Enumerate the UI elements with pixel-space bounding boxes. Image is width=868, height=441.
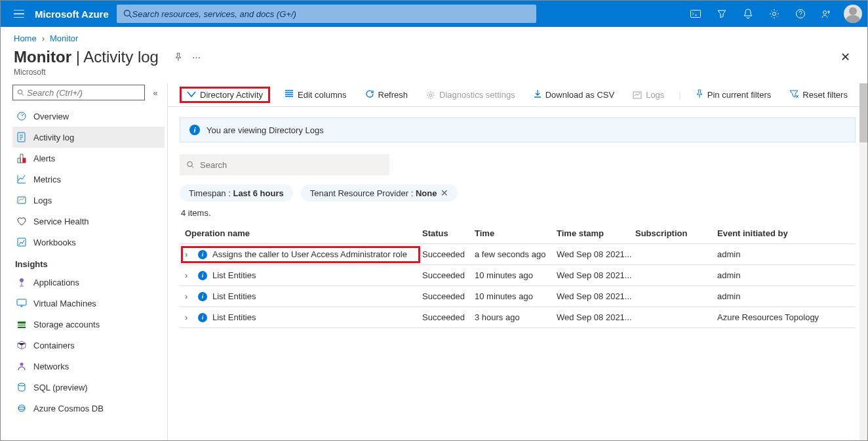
help-icon[interactable] (787, 1, 814, 27)
svg-point-12 (20, 278, 24, 282)
log-search-input[interactable] (200, 160, 383, 170)
sidebar-item-applications[interactable]: Applications (12, 272, 165, 293)
filter-pills: Timespan : Last 6 hoursTenant Resource P… (180, 184, 856, 201)
sidebar-item-icon (16, 132, 27, 142)
sidebar-search-input[interactable] (27, 88, 140, 98)
timestamp-cell: Wed Sep 08 2021... (557, 249, 635, 259)
sidebar-item-sql-preview-[interactable]: SQL (preview) (12, 377, 165, 398)
initiated-by-cell: admin (717, 270, 856, 280)
filter-pill[interactable]: Tenant Resource Provider : None✕ (301, 184, 458, 201)
chevron-right-icon[interactable]: › (185, 270, 193, 280)
chevron-right-icon[interactable]: › (185, 249, 193, 259)
filter-pill[interactable]: Timespan : Last 6 hours (180, 184, 293, 201)
sidebar-item-icon (16, 340, 27, 350)
operation-name[interactable]: Assigns the caller to User Access Admini… (212, 249, 407, 259)
crumb-home[interactable]: Home (14, 33, 37, 43)
sidebar-item-label: SQL (preview) (33, 383, 88, 392)
feedback-icon[interactable] (814, 1, 840, 27)
chevron-right-icon[interactable]: › (185, 291, 193, 301)
sidebar-group-insights: Insights (15, 259, 165, 269)
pin-icon[interactable] (169, 48, 187, 66)
sidebar-item-icon (16, 361, 27, 371)
table-row[interactable]: ›iList EntitiesSucceeded10 minutes agoWe… (180, 265, 856, 286)
initiated-by-cell: admin (717, 249, 856, 259)
svg-point-18 (18, 383, 25, 386)
log-search[interactable] (180, 154, 389, 175)
notifications-icon[interactable] (735, 1, 761, 27)
edit-columns-button[interactable]: Edit columns (281, 87, 350, 102)
crumb-monitor[interactable]: Monitor (50, 33, 78, 43)
sidebar-item-service-health[interactable]: Service Health (12, 211, 165, 232)
time-cell: 10 minutes ago (475, 291, 557, 301)
settings-icon[interactable] (761, 1, 787, 27)
info-icon: i (198, 292, 207, 301)
operation-name[interactable]: List Entities (212, 270, 256, 280)
sidebar-item-workbooks[interactable]: Workbooks (12, 232, 165, 253)
svg-rect-15 (18, 324, 26, 326)
brand-label[interactable]: Microsoft Azure (35, 9, 109, 20)
reset-filters-button[interactable]: Reset filters (785, 87, 852, 102)
sidebar-item-azure-cosmos-db[interactable]: Azure Cosmos DB (12, 398, 165, 419)
table-row[interactable]: ›iAssigns the caller to User Access Admi… (180, 244, 856, 265)
hamburger-icon[interactable] (6, 1, 32, 27)
logs-button[interactable]: Logs (629, 87, 668, 102)
operation-name[interactable]: List Entities (212, 291, 256, 301)
svg-line-26 (191, 166, 193, 168)
item-count: 4 items. (181, 208, 856, 218)
info-icon: i (198, 250, 207, 259)
sidebar-item-icon (16, 298, 27, 308)
sidebar-item-virtual-machines[interactable]: Virtual Machines (12, 293, 165, 314)
scrollbar[interactable] (859, 83, 867, 440)
directory-filter-icon[interactable] (709, 1, 735, 27)
pin-filters-button[interactable]: Pin current filters (692, 87, 776, 103)
sidebar-item-overview[interactable]: Overview (12, 106, 165, 127)
time-cell: 3 hours ago (475, 312, 557, 322)
svg-rect-16 (18, 327, 26, 328)
user-avatar[interactable] (844, 5, 862, 23)
time-cell: 10 minutes ago (475, 270, 557, 280)
download-csv-button[interactable]: Download as CSV (530, 87, 619, 103)
sidebar-item-storage-accounts[interactable]: Storage accounts (12, 314, 165, 335)
status-cell: Succeeded (422, 291, 475, 301)
table-row[interactable]: ›iList EntitiesSucceeded3 hours agoWed S… (180, 307, 856, 328)
refresh-button[interactable]: Refresh (361, 87, 412, 103)
svg-point-0 (124, 10, 130, 16)
time-cell: a few seconds ago (475, 249, 557, 259)
directory-activity-button[interactable]: Directory Activity (180, 87, 270, 103)
sidebar-item-containers[interactable]: Containers (12, 335, 165, 356)
status-cell: Succeeded (422, 270, 475, 280)
table-row[interactable]: ›iList EntitiesSucceeded10 minutes agoWe… (180, 286, 856, 307)
sidebar-item-icon (16, 111, 27, 121)
sidebar-item-logs[interactable]: Logs (12, 190, 165, 211)
global-search-input[interactable] (132, 9, 529, 19)
svg-point-19 (18, 405, 25, 411)
sidebar-item-icon (16, 277, 27, 287)
more-icon[interactable]: ⋯ (187, 48, 206, 66)
page-subtitle: Microsoft (1, 68, 867, 83)
sidebar: « OverviewActivity logAlertsMetricsLogsS… (1, 83, 168, 440)
cloud-shell-icon[interactable] (682, 1, 709, 27)
operation-name[interactable]: List Entities (212, 312, 256, 322)
sidebar-item-label: Virtual Machines (33, 299, 96, 308)
pill-close-icon[interactable]: ✕ (441, 188, 448, 198)
sidebar-item-alerts[interactable]: Alerts (12, 148, 165, 169)
close-icon[interactable]: ✕ (836, 48, 854, 66)
timestamp-cell: Wed Sep 08 2021... (557, 312, 635, 322)
sidebar-item-label: Activity log (33, 133, 74, 142)
toolbar: Directory Activity Edit columns Refresh … (168, 83, 867, 107)
sidebar-search[interactable] (12, 85, 145, 100)
sidebar-item-metrics[interactable]: Metrics (12, 169, 165, 190)
sidebar-item-activity-log[interactable]: Activity log (12, 127, 165, 148)
sidebar-item-icon (16, 403, 27, 413)
global-search[interactable] (117, 5, 536, 23)
svg-point-6 (18, 90, 22, 94)
sidebar-item-icon (16, 319, 27, 329)
initiated-by-cell: admin (717, 291, 856, 301)
chevron-right-icon[interactable]: › (185, 312, 193, 322)
sidebar-item-label: Logs (33, 196, 52, 205)
diagnostics-button[interactable]: Diagnostics settings (422, 87, 519, 102)
collapse-sidebar-icon[interactable]: « (149, 86, 162, 99)
sidebar-item-networks[interactable]: Networks (12, 356, 165, 377)
info-icon: i (198, 313, 207, 322)
sidebar-item-icon (16, 195, 27, 205)
